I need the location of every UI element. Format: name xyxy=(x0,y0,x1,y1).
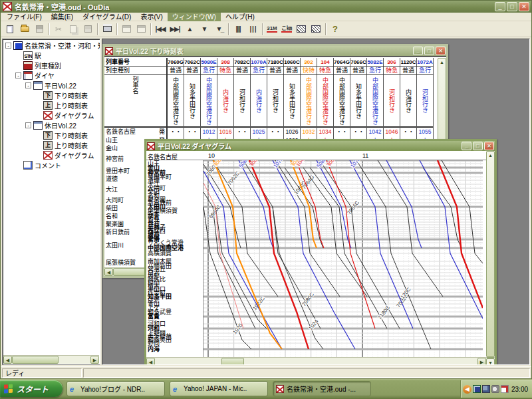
tree-item-5[interactable]: 下下り時刻表 xyxy=(3,90,100,100)
cell-type-12[interactable]: 急行 xyxy=(367,66,384,74)
tree-expand-icon[interactable]: - xyxy=(15,72,21,78)
cell-type-13[interactable]: 特急 xyxy=(384,66,400,74)
task-button-1[interactable]: eYahoo! JAPAN - Mic.. xyxy=(170,381,268,396)
cell-destination-13[interactable]: 河和行き xyxy=(384,75,400,128)
scroll-down-icon[interactable]: ▼ xyxy=(486,358,495,365)
menu-item-4[interactable]: ウィンドウ(W) xyxy=(168,13,221,21)
tree-item-3[interactable]: -ダイヤ xyxy=(3,70,100,80)
cell-destination-0[interactable]: 中部国際空港行き xyxy=(168,75,184,128)
cell-destination-8[interactable]: 中部国際空港行き xyxy=(301,75,317,128)
cell-destination-15[interactable]: 河和行き xyxy=(417,75,434,128)
tree-item-6[interactable]: 上上り時刻表 xyxy=(3,100,100,110)
cell-number-10[interactable]: 7064G xyxy=(334,58,350,66)
tree-item-8[interactable]: -休日Vol.22 xyxy=(3,120,100,130)
cell-nagoya-14[interactable]: ・・ xyxy=(400,128,417,136)
cell-type-1[interactable]: 普通 xyxy=(184,66,201,74)
update-icon[interactable] xyxy=(501,385,509,393)
scroll-top-button[interactable]: ▲ xyxy=(182,23,197,36)
cell-nagoya-1[interactable]: ・・ xyxy=(184,128,201,136)
cell-nagoya-8[interactable]: 1032 xyxy=(301,128,317,136)
scroll-track[interactable] xyxy=(155,358,221,365)
cell-destination-10[interactable]: 中部国際空港行き xyxy=(334,75,350,128)
tree-expand-icon[interactable]: - xyxy=(25,122,31,128)
cell-nagoya-2[interactable]: 1012 xyxy=(201,128,217,136)
timetable-minimize-button[interactable]: _ xyxy=(413,47,423,55)
cell-destination-5[interactable]: 内海行き xyxy=(251,75,267,128)
timetable-grid[interactable]: 列車番号7060G7062C5080E3087082C1070A7180C106… xyxy=(104,58,434,152)
task-button-2[interactable]: 名鉄常滑・空港.oud -... xyxy=(273,381,371,396)
diagram-minimize-button[interactable]: _ xyxy=(462,142,471,150)
cell-type-6[interactable]: 普通 xyxy=(267,66,284,74)
menu-item-5[interactable]: ヘルプ(H) xyxy=(221,13,259,21)
zoom-sparse-button[interactable]: | | | xyxy=(245,23,260,36)
cell-number-9[interactable]: 104 xyxy=(317,58,334,66)
cell-destination-11[interactable]: 知多半田行き xyxy=(350,75,367,128)
cell-destination-2[interactable]: 中部国際空港行き xyxy=(201,75,217,128)
print-button[interactable] xyxy=(100,23,114,36)
diagram-horizontal-scrollbar[interactable]: ◀ ▶ xyxy=(146,357,486,365)
diagram-plot[interactable]: 7060G7062C6960C1060C7064G7066C7080C7082C… xyxy=(203,160,486,357)
diagram-style-2-button[interactable] xyxy=(309,23,323,36)
cell-nagoya-6[interactable]: ・・ xyxy=(267,128,284,136)
cell-nagoya-15[interactable]: 1055 xyxy=(417,128,434,136)
scroll-right-icon[interactable]: ▶ xyxy=(90,356,99,364)
minimize-button[interactable]: _ xyxy=(495,2,505,11)
cell-destination-6[interactable]: 河和行き xyxy=(267,75,284,128)
cell-number-4[interactable]: 7082C xyxy=(234,58,251,66)
tree-item-4[interactable]: -平日Vol.22 xyxy=(3,80,100,90)
diagram-close-button[interactable]: ✕ xyxy=(484,142,494,150)
start-button[interactable]: スタート xyxy=(0,380,63,397)
tree-item-7[interactable]: ダイヤグラム xyxy=(3,110,100,120)
close-button[interactable]: ✕ xyxy=(519,2,529,11)
cell-number-3[interactable]: 308 xyxy=(217,58,234,66)
timetable-titlebar[interactable]: 平日Vol.22 下り時刻表 _ □ ✕ xyxy=(104,46,446,56)
cell-destination-1[interactable]: 知多半田行き xyxy=(184,75,201,128)
open-file-button[interactable] xyxy=(17,23,32,36)
cell-number-11[interactable]: 7066C xyxy=(350,58,367,66)
cell-destination-12[interactable]: 中部国際空港行き xyxy=(367,75,384,128)
tree-item-9[interactable]: 下下り時刻表 xyxy=(3,130,100,140)
help-button[interactable]: ? xyxy=(328,23,342,36)
scroll-thumb[interactable] xyxy=(221,358,244,365)
cell-type-0[interactable]: 普通 xyxy=(168,66,184,74)
cell-destination-3[interactable]: 内海行き xyxy=(217,75,234,128)
cell-type-11[interactable]: 普通 xyxy=(350,66,367,74)
cell-number-12[interactable]: 5082E xyxy=(367,58,384,66)
cell-type-3[interactable]: 特急 xyxy=(217,66,234,74)
cell-type-14[interactable]: 普通 xyxy=(400,66,417,74)
menu-item-2[interactable]: ダイヤグラム(D) xyxy=(78,13,136,21)
cell-destination-7[interactable]: 知多半田行き xyxy=(284,75,301,128)
menu-item-1[interactable]: 編集(E) xyxy=(47,13,78,21)
cell-type-4[interactable]: 普通 xyxy=(234,66,251,74)
zoom-dense-button[interactable]: |||| xyxy=(231,23,245,36)
cell-type-15[interactable]: 急行 xyxy=(417,66,434,74)
menu-item-0[interactable]: ファイル(F) xyxy=(2,13,47,21)
tree-item-1[interactable]: STN駅 xyxy=(3,51,100,61)
tree-item-12[interactable]: コメント xyxy=(3,160,100,170)
maximize-button[interactable]: □ xyxy=(507,2,517,11)
cell-nagoya-12[interactable]: 1042 xyxy=(367,128,384,136)
scroll-bottom-button[interactable]: ▼ xyxy=(197,23,211,36)
diagram-window[interactable]: 平日Vol.22 ダイヤグラム _ □ ✕ 名鉄名古屋 10 11 山王金山神宮… xyxy=(144,139,497,365)
cell-number-7[interactable]: 1060C xyxy=(284,58,301,66)
cell-nagoya-13[interactable]: 1046 xyxy=(384,128,400,136)
tree-expand-icon[interactable]: - xyxy=(25,82,31,88)
jump-first-button[interactable]: |◀◀ xyxy=(153,23,168,36)
scroll-middle-button[interactable]: ▼̲ xyxy=(211,23,226,36)
cell-type-9[interactable]: 特急 xyxy=(317,66,334,74)
scroll-up-icon[interactable]: ▲ xyxy=(486,151,495,357)
network-icon[interactable] xyxy=(482,385,490,393)
tree-horizontal-scrollbar[interactable]: ◀ ▶ xyxy=(3,355,99,364)
scroll-left-icon[interactable]: ◀ xyxy=(3,356,12,364)
task-button-0[interactable]: eYahoo!ブログ - NDR.. xyxy=(66,381,165,396)
cell-nagoya-9[interactable]: 1034 xyxy=(317,128,334,136)
tree-expand-icon[interactable]: - xyxy=(5,43,11,49)
time-format-31m-button[interactable]: 31M xyxy=(265,23,279,36)
cell-nagoya-11[interactable]: ・・ xyxy=(350,128,367,136)
cell-nagoya-0[interactable]: ・・ xyxy=(168,128,184,136)
cell-number-8[interactable]: 302 xyxy=(301,58,317,66)
train-line-20[interactable] xyxy=(203,171,282,349)
cell-destination-4[interactable]: 河和行き xyxy=(234,75,251,128)
cell-number-6[interactable]: 7180C xyxy=(267,58,284,66)
diagram-maximize-button[interactable]: □ xyxy=(473,142,483,150)
